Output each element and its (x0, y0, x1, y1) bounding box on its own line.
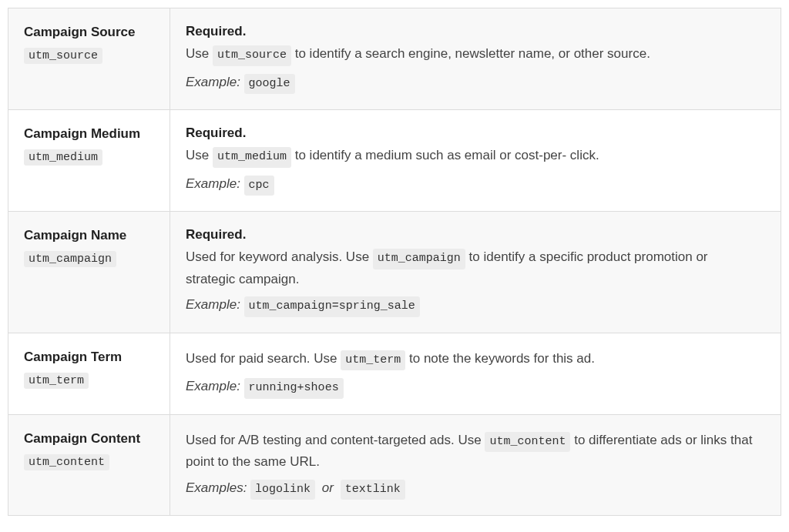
table-row: Campaign Source utm_source Required. Use… (8, 8, 781, 110)
table-row: Campaign Term utm_term Used for paid sea… (8, 333, 781, 415)
table-row: Campaign Name utm_campaign Required. Use… (8, 212, 781, 333)
param-title: Campaign Content (24, 430, 154, 447)
param-code: utm_content (24, 454, 109, 470)
example-code: utm_campaign=spring_sale (244, 296, 420, 317)
param-title: Campaign Source (24, 24, 154, 41)
required-label: Required. (186, 24, 760, 39)
desc-cell: Required. Used for keyword analysis. Use… (170, 212, 781, 333)
desc-cell: Required. Use utm_source to identify a s… (170, 8, 781, 109)
example-line: Examples: logolink or textlink (186, 478, 760, 500)
example-code: running+shoes (244, 378, 344, 399)
inline-code: utm_campaign (373, 249, 465, 269)
utm-parameters-table: Campaign Source utm_source Required. Use… (8, 8, 781, 516)
param-code: utm_source (24, 48, 102, 64)
example-label: Example: (186, 75, 240, 89)
example-line: Example: google (186, 72, 760, 95)
desc-cell: Required. Use utm_medium to identify a m… (170, 110, 781, 211)
param-description: Used for paid search. Use utm_term to no… (186, 349, 760, 371)
desc-cell: Used for A/B testing and content-targete… (170, 415, 781, 516)
example-code: cpc (244, 176, 274, 196)
param-description: Used for keyword analysis. Use utm_campa… (186, 247, 760, 289)
inline-code: utm_source (213, 45, 291, 66)
table-row: Campaign Content utm_content Used for A/… (8, 415, 781, 516)
param-description: Use utm_medium to identify a medium such… (186, 146, 760, 168)
param-cell: Campaign Name utm_campaign (8, 212, 170, 333)
param-code: utm_term (24, 373, 89, 389)
param-cell: Campaign Content utm_content (8, 415, 170, 516)
inline-code: utm_term (341, 350, 405, 371)
param-title: Campaign Name (24, 227, 154, 244)
required-label: Required. (186, 227, 760, 243)
inline-code: utm_content (485, 432, 570, 453)
example-code: textlink (341, 480, 405, 500)
example-line: Example: running+shoes (186, 376, 760, 399)
param-description: Used for A/B testing and content-targete… (186, 430, 760, 472)
or-separator: or (322, 480, 334, 495)
param-description: Use utm_source to identify a search engi… (186, 44, 760, 66)
param-title: Campaign Medium (24, 125, 154, 142)
example-line: Example: cpc (186, 174, 760, 196)
example-code: google (244, 74, 295, 95)
param-code: utm_campaign (24, 251, 116, 267)
param-code: utm_medium (24, 149, 102, 166)
example-label: Example: (186, 176, 240, 191)
example-label: Example: (186, 379, 240, 393)
example-code: logolink (250, 480, 315, 500)
param-cell: Campaign Source utm_source (8, 8, 170, 109)
inline-code: utm_medium (213, 147, 291, 168)
param-title: Campaign Term (24, 349, 154, 366)
required-label: Required. (186, 125, 760, 141)
param-cell: Campaign Term utm_term (8, 333, 170, 414)
example-label: Examples: (186, 480, 247, 495)
param-cell: Campaign Medium utm_medium (8, 110, 170, 211)
desc-cell: Used for paid search. Use utm_term to no… (170, 333, 781, 414)
example-line: Example: utm_campaign=spring_sale (186, 295, 760, 317)
table-row: Campaign Medium utm_medium Required. Use… (8, 110, 781, 212)
example-label: Example: (186, 297, 240, 312)
